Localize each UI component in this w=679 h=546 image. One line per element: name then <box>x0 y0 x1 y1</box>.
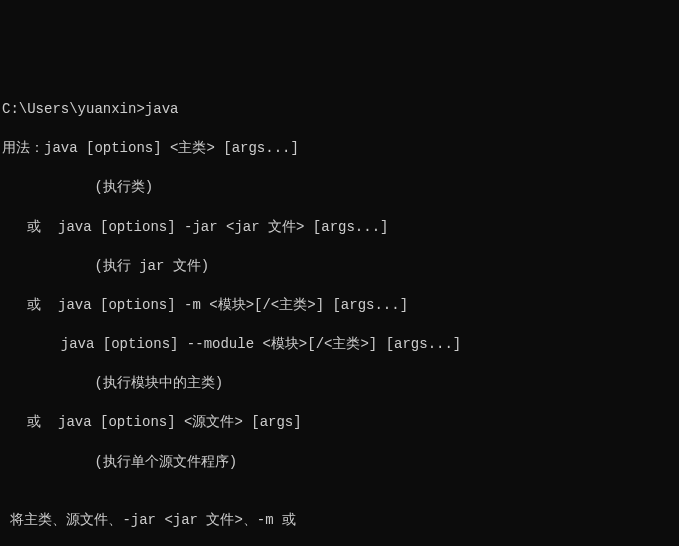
command-prompt-line: C:\Users\yuanxin>java <box>2 100 677 120</box>
output-line: (执行 jar 文件) <box>2 257 677 277</box>
output-line: (执行单个源文件程序) <box>2 453 677 473</box>
output-line: 或 java [options] -jar <jar 文件> [args...] <box>2 218 677 238</box>
output-line: (执行模块中的主类) <box>2 374 677 394</box>
output-line: java [options] --module <模块>[/<主类>] [arg… <box>2 335 677 355</box>
output-line: 或 java [options] <源文件> [args] <box>2 413 677 433</box>
output-line: 用法：java [options] <主类> [args...] <box>2 139 677 159</box>
output-line: 或 java [options] -m <模块>[/<主类>] [args...… <box>2 296 677 316</box>
terminal-output: C:\Users\yuanxin>java 用法：java [options] … <box>2 80 677 546</box>
output-line: (执行类) <box>2 178 677 198</box>
output-line: 将主类、源文件、-jar <jar 文件>、-m 或 <box>2 511 677 531</box>
